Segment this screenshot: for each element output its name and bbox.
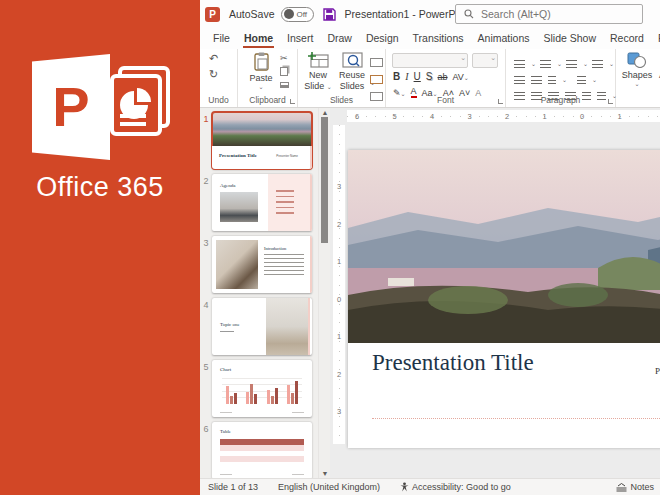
hruler-number: 4 xyxy=(427,112,437,121)
vruler-number: 1 xyxy=(333,257,345,266)
font-size-combobox[interactable] xyxy=(472,53,498,68)
workspace: 1 Presentation Title Presenter Name 2 Ag… xyxy=(200,108,660,478)
tab-transitions[interactable]: Transitions xyxy=(406,29,471,48)
shapes-button[interactable]: Shapes ⌄ xyxy=(620,52,654,88)
tab-home[interactable]: Home xyxy=(237,29,280,48)
slide-4-number: 4 xyxy=(200,298,212,355)
italic-button[interactable]: I xyxy=(405,71,408,82)
tab-design[interactable]: Design xyxy=(359,29,406,48)
thumbnail-row-1: 1 Presentation Title Presenter Name xyxy=(200,112,318,169)
clipboard-dialog-launcher-icon[interactable] xyxy=(290,99,295,104)
vruler-number: 2 xyxy=(333,220,345,229)
hruler-number: 2 xyxy=(502,112,512,121)
ribbon-group-font: B I U S ab AV⌄ ✎⌄ A Aa⌄ A˄ A˅ A Font xyxy=(386,49,506,107)
ribbon-group-undo: ↶ ↻ Undo xyxy=(200,49,238,107)
slide-5-thumb-title: Chart xyxy=(220,367,231,372)
tab-slide-show[interactable]: Slide Show xyxy=(537,29,604,48)
slide-4-thumbnail[interactable]: Topic one xyxy=(212,298,312,355)
thumb-chart-bar-group xyxy=(226,386,237,404)
font-dialog-launcher-icon[interactable] xyxy=(498,99,503,104)
vruler-number: 1 xyxy=(333,332,345,341)
slide-1-thumbnail[interactable]: Presentation Title Presenter Name xyxy=(212,112,312,169)
accessibility-status[interactable]: Accessibility: Good to go xyxy=(400,482,511,492)
slide-1-thumb-subtitle: Presenter Name xyxy=(276,154,298,158)
notes-icon xyxy=(616,483,627,492)
powerpoint-logo-slides-icon xyxy=(106,64,172,148)
shapes-label: Shapes xyxy=(622,70,653,80)
slide-presenter-name[interactable]: Presenter Name xyxy=(655,366,660,376)
thumb-chart-bar xyxy=(291,393,294,404)
thumbnail-scrollbar-thumb[interactable] xyxy=(321,117,328,243)
slide-editor: 65432101 3210123 xyxy=(330,108,660,478)
search-input[interactable]: Search (Alt+Q) xyxy=(455,4,643,24)
bold-button[interactable]: B xyxy=(393,71,400,82)
tab-file[interactable]: File xyxy=(206,29,237,48)
notes-button[interactable]: Notes xyxy=(616,482,654,492)
tab-insert[interactable]: Insert xyxy=(280,29,320,48)
document-title: Presentation1 - PowerPoint xyxy=(345,8,473,20)
character-spacing-button[interactable]: AV⌄ xyxy=(453,72,469,82)
tab-animations[interactable]: Animations xyxy=(471,29,537,48)
hruler-number: 0 xyxy=(577,112,587,121)
slide-canvas[interactable]: Presentation Title Presenter Name xyxy=(348,150,660,448)
reuse-slides-label-2: Slides xyxy=(340,81,365,91)
hruler-number: 6 xyxy=(352,112,362,121)
slide-3-thumbnail[interactable]: Introduction xyxy=(212,236,312,293)
thumb-chart-bar-group xyxy=(287,381,298,404)
clipboard-group-label: Clipboard xyxy=(238,95,297,105)
redo-icon[interactable]: ↻ xyxy=(209,68,218,81)
accessibility-label: Accessibility: Good to go xyxy=(412,482,511,492)
autosave-toggle-knob xyxy=(284,9,294,19)
language-indicator[interactable]: English (United Kingdom) xyxy=(278,482,380,492)
product-name: Office 365 xyxy=(0,172,200,203)
slide-5-thumbnail[interactable]: Chart xyxy=(212,360,312,417)
paste-label: Paste xyxy=(249,73,272,83)
shapes-chevron-icon: ⌄ xyxy=(620,81,654,88)
vruler-number: 3 xyxy=(333,182,345,191)
slide-3-thumb-photo xyxy=(216,240,258,289)
paragraph-dialog-launcher-icon[interactable] xyxy=(608,99,613,104)
new-slide-button[interactable]: New Slide ⌄ xyxy=(303,52,333,91)
reset-button[interactable] xyxy=(370,70,383,88)
thumb-chart-bar xyxy=(234,393,237,404)
slide-6-thumbnail[interactable]: Table xyxy=(212,422,312,478)
tab-draw[interactable]: Draw xyxy=(320,29,359,48)
slide-thumbnail-panel: 1 Presentation Title Presenter Name 2 Ag… xyxy=(200,108,318,478)
reuse-slides-button[interactable]: Reuse Slides xyxy=(336,52,368,91)
undo-group-label: Undo xyxy=(200,95,237,105)
text-shadow-button[interactable]: S xyxy=(426,71,433,82)
font-name-combobox[interactable] xyxy=(392,53,468,68)
autosave-toggle[interactable]: Off xyxy=(281,7,314,22)
slides-group-label: Slides xyxy=(298,95,385,105)
hruler-number: 5 xyxy=(390,112,400,121)
ribbon-group-drawing: Shapes ⌄ Arrange xyxy=(616,49,660,107)
copy-icon[interactable] xyxy=(280,67,288,76)
slide-1-thumb-photo xyxy=(212,112,312,146)
powerpoint-logo-letter: P xyxy=(52,79,89,135)
slide-title[interactable]: Presentation Title xyxy=(372,350,534,376)
tab-review[interactable]: Review xyxy=(651,29,660,48)
ribbon-group-paragraph: ⌄ ⌄ ⌄ ⌄ ⌄ ⌄ ⌄ xyxy=(506,49,616,107)
slide-6-thumb-title: Table xyxy=(220,429,231,434)
format-painter-icon[interactable] xyxy=(280,82,289,88)
paste-button[interactable]: Paste ⌄ xyxy=(246,52,276,91)
paragraph-group-label: Paragraph xyxy=(506,95,615,105)
slide-divider-line xyxy=(372,418,660,419)
undo-icon[interactable]: ↶ xyxy=(209,52,218,65)
save-icon[interactable] xyxy=(323,8,336,21)
thumbnail-scrollbar[interactable]: ▲ ▼ xyxy=(318,108,330,478)
ribbon: ↶ ↻ Undo Paste ⌄ ✂ Clipboard xyxy=(200,49,660,108)
tab-record[interactable]: Record xyxy=(603,29,651,48)
branding-panel: P Office 365 xyxy=(0,0,200,495)
slide-2-thumbnail[interactable]: Agenda xyxy=(212,174,312,231)
thumb-chart-bar-group xyxy=(267,388,278,404)
thumbnail-row-5: 5 Chart xyxy=(200,360,318,417)
cut-icon[interactable]: ✂ xyxy=(280,53,288,63)
slide-indicator: Slide 1 of 13 xyxy=(208,482,258,492)
strikethrough-button[interactable]: ab xyxy=(437,72,447,82)
slide-3-number: 3 xyxy=(200,236,212,293)
underline-button[interactable]: U xyxy=(414,71,421,82)
status-bar: Slide 1 of 13 English (United Kingdom) A… xyxy=(200,478,660,495)
slide-5-number: 5 xyxy=(200,360,212,417)
powerpoint-logo-flag: P xyxy=(32,54,110,160)
